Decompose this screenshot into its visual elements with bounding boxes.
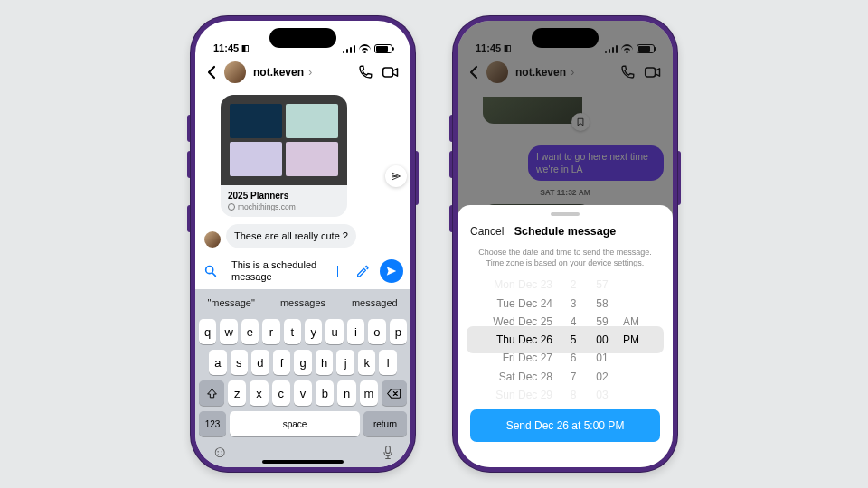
key-v[interactable]: v	[294, 380, 312, 406]
numbers-key[interactable]: 123	[199, 411, 226, 436]
picker-option[interactable]: 2	[571, 276, 577, 294]
keyboard-row-3: zxcvbnm	[195, 378, 410, 408]
key-c[interactable]: c	[272, 380, 290, 406]
picker-option[interactable]: 5	[571, 331, 577, 349]
key-z[interactable]: z	[228, 380, 246, 406]
picker-option[interactable]: Sat Dec 28	[499, 368, 552, 386]
keyboard-row-4: 123 space return	[195, 408, 410, 439]
sheet-subtitle: Choose the date and time to send the mes…	[458, 241, 673, 276]
key-s[interactable]: s	[231, 350, 249, 375]
picker-option[interactable]: Wed Dec 25	[493, 313, 552, 331]
suggestion-3[interactable]: messaged	[339, 297, 410, 308]
picker-option[interactable]: AM	[623, 313, 639, 331]
key-f[interactable]: f	[273, 350, 291, 375]
chat-area[interactable]: 2025 Planners mochithings.com These are …	[195, 89, 410, 253]
sheet-grabber[interactable]	[551, 212, 580, 216]
home-indicator[interactable]	[262, 460, 344, 464]
link-card[interactable]: 2025 Planners mochithings.com	[221, 95, 347, 217]
key-a[interactable]: a	[209, 350, 227, 375]
notch	[269, 28, 336, 48]
wifi-icon	[359, 44, 371, 53]
share-button[interactable]	[385, 165, 407, 187]
chat-header: not.keven ›	[195, 55, 410, 89]
picker-ampm-column[interactable]: AMPM	[623, 276, 645, 404]
picker-option[interactable]: Tue Dec 24	[496, 295, 552, 313]
search-button[interactable]	[203, 263, 219, 279]
screen-right: 11:45 ◧ not.keven ›	[458, 21, 673, 467]
key-h[interactable]: h	[316, 350, 334, 375]
notch	[532, 28, 599, 48]
picker-option[interactable]: 4	[571, 313, 577, 331]
picker-date-column[interactable]: Mon Dec 23Tue Dec 24Wed Dec 25Thu Dec 26…	[486, 276, 552, 404]
schedule-send-button[interactable]: Send Dec 26 at 5:00 PM	[470, 409, 660, 442]
key-y[interactable]: y	[305, 319, 322, 344]
key-d[interactable]: d	[251, 350, 269, 375]
datetime-picker[interactable]: Mon Dec 23Tue Dec 24Wed Dec 25Thu Dec 26…	[458, 276, 673, 404]
picker-option[interactable]: 6	[571, 349, 577, 367]
key-o[interactable]: o	[368, 319, 385, 344]
key-g[interactable]: g	[294, 350, 312, 375]
composer: This is a scheduled message	[195, 253, 410, 289]
picker-hour-column[interactable]: 2345678	[565, 276, 581, 404]
keyboard-row-1: qwertyuiop	[195, 316, 410, 347]
picker-option[interactable]: PM	[623, 331, 639, 349]
phone-right: 11:45 ◧ not.keven ›	[452, 15, 678, 473]
status-location-icon: ◧	[241, 43, 250, 52]
message-avatar[interactable]	[204, 231, 221, 248]
picker-option[interactable]: 7	[571, 368, 577, 386]
key-k[interactable]: k	[358, 350, 376, 375]
emoji-key[interactable]: ☺	[212, 443, 228, 462]
backspace-key[interactable]	[382, 380, 407, 406]
shift-key[interactable]	[199, 380, 224, 406]
suggestion-2[interactable]: messages	[267, 297, 338, 308]
picker-option[interactable]: 57	[596, 276, 608, 294]
picker-option[interactable]: Thu Dec 26	[496, 331, 552, 349]
key-b[interactable]: b	[316, 380, 334, 406]
picker-option[interactable]: 8	[571, 386, 577, 404]
video-button[interactable]	[382, 63, 400, 81]
key-e[interactable]: e	[241, 319, 259, 344]
picker-option[interactable]: 02	[596, 368, 608, 386]
key-p[interactable]: p	[390, 319, 407, 344]
picker-option[interactable]: 58	[596, 295, 608, 313]
key-t[interactable]: t	[284, 319, 301, 344]
text-cursor	[337, 266, 338, 277]
key-w[interactable]: w	[220, 319, 237, 344]
space-key[interactable]: space	[230, 411, 360, 436]
picker-option[interactable]: 01	[596, 349, 608, 367]
globe-icon	[228, 203, 235, 211]
key-j[interactable]: j	[336, 350, 354, 375]
send-button[interactable]	[380, 259, 403, 283]
picker-option[interactable]: 00	[596, 331, 608, 349]
picker-option[interactable]: 3	[571, 295, 577, 313]
keyboard-row-2: asdfghjkl	[195, 347, 410, 378]
call-button[interactable]	[356, 63, 374, 81]
return-key[interactable]: return	[363, 411, 407, 436]
message-row: These are all really cute ?	[204, 224, 401, 248]
key-r[interactable]: r	[262, 319, 279, 344]
key-m[interactable]: m	[360, 380, 378, 406]
picker-option[interactable]: Sun Dec 29	[495, 386, 552, 404]
composer-input[interactable]: This is a scheduled message	[224, 258, 345, 285]
suggestion-1[interactable]: "message"	[195, 297, 267, 308]
sheet-title: Schedule message	[470, 225, 660, 238]
dictation-key[interactable]	[382, 445, 394, 461]
key-i[interactable]: i	[347, 319, 364, 344]
edit-button[interactable]	[351, 259, 374, 283]
phone-left: 11:45 ◧ not.keven ›	[190, 15, 416, 473]
svg-point-2	[367, 267, 369, 268]
user-avatar[interactable]	[224, 61, 246, 83]
key-l[interactable]: l	[379, 350, 397, 375]
picker-option[interactable]: Mon Dec 23	[494, 276, 552, 294]
picker-option[interactable]: Fri Dec 27	[503, 349, 552, 367]
key-q[interactable]: q	[199, 319, 216, 344]
picker-option[interactable]: 03	[596, 386, 608, 404]
key-n[interactable]: n	[337, 380, 355, 406]
key-u[interactable]: u	[326, 319, 343, 344]
picker-minute-column[interactable]: 57585900010203	[594, 276, 610, 404]
picker-option[interactable]: 59	[596, 313, 608, 331]
back-button[interactable]	[206, 65, 217, 80]
message-bubble[interactable]: These are all really cute ?	[226, 224, 356, 248]
key-x[interactable]: x	[250, 380, 268, 406]
username[interactable]: not.keven ›	[253, 66, 349, 79]
